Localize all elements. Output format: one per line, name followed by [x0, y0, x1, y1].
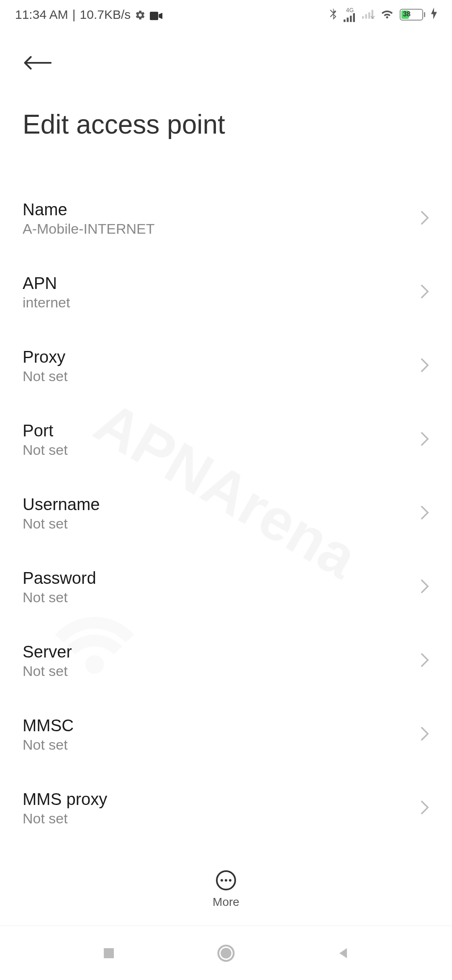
setting-item-port[interactable]: Port Not set [23, 403, 429, 477]
bottom-action-bar: More [0, 858, 452, 921]
charging-icon [431, 8, 437, 22]
signal-4g-icon: 4G [344, 7, 356, 22]
chevron-right-icon [420, 652, 429, 669]
nav-recent-button[interactable] [98, 943, 119, 964]
setting-item-password[interactable]: Password Not set [23, 550, 429, 624]
setting-label: Password [23, 569, 420, 588]
setting-value: internet [23, 294, 420, 311]
chevron-right-icon [420, 210, 429, 227]
setting-value: Not set [23, 368, 420, 384]
setting-label: Username [23, 495, 420, 514]
chevron-right-icon [420, 800, 429, 817]
network-type: 4G [346, 7, 354, 13]
setting-label: MMS proxy [23, 790, 420, 809]
back-button[interactable] [23, 46, 56, 80]
square-icon [101, 946, 116, 961]
setting-label: Name [23, 200, 420, 219]
bluetooth-icon [329, 7, 338, 23]
setting-value: A-Mobile-INTERNET [23, 221, 420, 237]
setting-item-apn[interactable]: APN internet [23, 255, 429, 329]
chevron-right-icon [420, 505, 429, 522]
setting-item-username[interactable]: Username Not set [23, 477, 429, 550]
status-bar: 11:34 AM | 10.7KB/s 4G [0, 0, 452, 29]
setting-item-name[interactable]: Name A-Mobile-INTERNET [23, 182, 429, 255]
setting-item-proxy[interactable]: Proxy Not set [23, 329, 429, 403]
nav-home-button[interactable] [216, 943, 236, 964]
svg-rect-4 [350, 16, 352, 22]
page-title: Edit access point [23, 109, 429, 140]
setting-value: Not set [23, 589, 420, 606]
setting-item-mms-proxy[interactable]: MMS proxy Not set [23, 771, 429, 845]
setting-value: Not set [23, 663, 420, 679]
setting-value: Not set [23, 442, 420, 458]
svg-point-13 [229, 879, 231, 882]
arrow-left-icon [23, 54, 52, 71]
wifi-icon [380, 8, 394, 22]
signal-no-sim-icon [362, 8, 375, 22]
svg-rect-8 [368, 13, 370, 19]
status-bar-right: 4G 38 [329, 7, 437, 23]
svg-point-16 [221, 948, 231, 959]
status-separator: | [72, 8, 76, 22]
gear-icon [135, 9, 146, 20]
setting-label: Proxy [23, 348, 420, 366]
settings-list: Name A-Mobile-INTERNET APN internet Prox… [0, 182, 452, 845]
svg-point-11 [221, 879, 223, 882]
setting-label: APN [23, 274, 420, 293]
more-circle-icon [216, 870, 236, 890]
more-label: More [213, 895, 239, 909]
battery-indicator: 38 [400, 9, 425, 21]
svg-rect-3 [347, 18, 349, 22]
camera-icon [150, 9, 161, 20]
setting-value: Not set [23, 810, 420, 827]
more-button[interactable]: More [213, 870, 239, 909]
setting-value: Not set [23, 737, 420, 753]
chevron-right-icon [420, 726, 429, 743]
setting-value: Not set [23, 516, 420, 532]
circle-icon [217, 944, 235, 962]
chevron-right-icon [420, 431, 429, 448]
navigation-bar [0, 926, 452, 980]
svg-point-12 [225, 879, 227, 882]
svg-rect-2 [344, 20, 346, 22]
battery-percent: 38 [403, 10, 411, 18]
setting-label: MMSC [23, 716, 420, 735]
chevron-right-icon [420, 579, 429, 596]
svg-rect-14 [104, 948, 114, 958]
setting-item-server[interactable]: Server Not set [23, 624, 429, 698]
svg-rect-5 [353, 13, 355, 22]
triangle-left-icon [336, 946, 351, 961]
chevron-right-icon [420, 284, 429, 301]
setting-label: Port [23, 421, 420, 440]
svg-rect-6 [362, 16, 364, 19]
setting-label: Server [23, 642, 420, 661]
status-data-speed: 10.7KB/s [80, 8, 131, 22]
chevron-right-icon [420, 358, 429, 374]
svg-rect-7 [365, 14, 367, 19]
setting-item-mmsc[interactable]: MMSC Not set [23, 698, 429, 771]
svg-rect-1 [150, 12, 158, 20]
nav-back-button[interactable] [333, 943, 354, 964]
status-time: 11:34 AM [15, 8, 68, 22]
status-bar-left: 11:34 AM | 10.7KB/s [15, 8, 161, 22]
